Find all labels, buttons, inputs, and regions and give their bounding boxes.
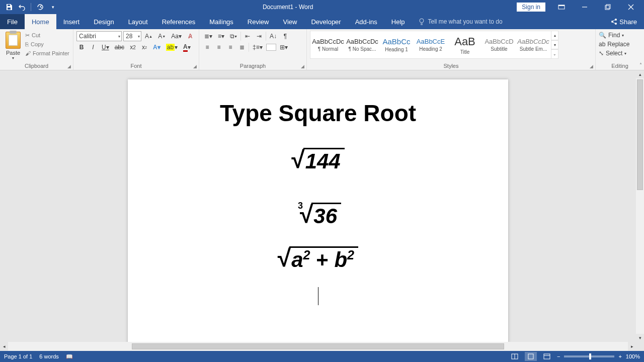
zoom-in-button[interactable]: + bbox=[618, 353, 621, 359]
web-layout-icon[interactable] bbox=[541, 352, 553, 361]
superscript-button[interactable]: x2 bbox=[139, 42, 149, 52]
scroll-right-icon[interactable]: ▸ bbox=[628, 342, 636, 351]
collapse-ribbon-icon[interactable]: ˄ bbox=[639, 62, 642, 68]
justify-button[interactable]: ≣ bbox=[237, 42, 247, 52]
bold-button[interactable]: B bbox=[76, 42, 87, 52]
scroll-up-icon[interactable]: ▴ bbox=[636, 70, 644, 78]
gallery-up-icon[interactable]: ▴ bbox=[551, 31, 558, 40]
underline-button[interactable]: U▾ bbox=[100, 42, 111, 52]
shrink-font-button[interactable]: A▼ bbox=[156, 31, 168, 41]
ribbon-display-icon[interactable] bbox=[550, 0, 573, 14]
dialog-launcher-icon[interactable]: ◢ bbox=[193, 64, 197, 69]
horizontal-scrollbar[interactable]: ◂ ▸ bbox=[0, 342, 636, 351]
tab-view[interactable]: View bbox=[276, 14, 304, 29]
font-name-select[interactable]: Calibri bbox=[76, 31, 122, 41]
font-size-select[interactable]: 28 bbox=[123, 31, 141, 41]
format-painter-button[interactable]: 🖌Format Painter bbox=[25, 49, 69, 58]
zoom-out-button[interactable]: − bbox=[557, 353, 560, 359]
tab-mailings[interactable]: Mailings bbox=[202, 14, 240, 29]
gallery-more-icon[interactable]: ⌄ bbox=[551, 49, 558, 59]
bullets-button[interactable]: ≣▾ bbox=[202, 31, 214, 41]
equation-sqrt144[interactable]: √144 bbox=[291, 148, 344, 173]
align-left-button[interactable]: ≡ bbox=[202, 42, 212, 52]
equation-cuberoot36[interactable]: 3√36 bbox=[295, 192, 341, 228]
increase-indent-button[interactable]: ⇥ bbox=[254, 31, 264, 41]
borders-button[interactable]: ⊞▾ bbox=[278, 42, 290, 52]
style-normal[interactable]: AaBbCcDc¶ Normal bbox=[311, 32, 345, 57]
style-heading1[interactable]: AaBbCcHeading 1 bbox=[380, 32, 413, 57]
redo-icon[interactable] bbox=[34, 1, 46, 13]
page-count[interactable]: Page 1 of 1 bbox=[4, 353, 32, 359]
line-spacing-button[interactable]: ‡≡▾ bbox=[251, 42, 265, 52]
change-case-button[interactable]: Aa▾ bbox=[169, 31, 184, 41]
cut-button[interactable]: ✂Cut bbox=[25, 31, 69, 40]
close-icon[interactable] bbox=[620, 0, 642, 14]
equation-pythagoras[interactable]: √a2 + b2 bbox=[278, 246, 358, 272]
decrease-indent-button[interactable]: ⇤ bbox=[243, 31, 253, 41]
select-button[interactable]: ⤡Select▾ bbox=[599, 49, 641, 58]
lightbulb-icon bbox=[418, 18, 425, 25]
page-area[interactable]: Type Square Root √144 3√36 √a2 + b2 bbox=[0, 70, 636, 342]
highlight-button[interactable]: ab▾ bbox=[164, 42, 180, 52]
tab-design[interactable]: Design bbox=[87, 14, 121, 29]
style-no-spacing[interactable]: AaBbCcDc¶ No Spac... bbox=[346, 32, 379, 57]
zoom-slider[interactable] bbox=[564, 355, 614, 357]
font-color-button[interactable]: A▾ bbox=[181, 42, 193, 52]
clear-formatting-button[interactable]: A̷ bbox=[185, 31, 195, 41]
subscript-button[interactable]: x2 bbox=[128, 42, 138, 52]
vertical-scrollbar[interactable]: ▴ ▾ bbox=[636, 70, 644, 342]
tab-insert[interactable]: Insert bbox=[56, 14, 87, 29]
tab-home[interactable]: Home bbox=[25, 14, 56, 29]
save-icon[interactable] bbox=[3, 1, 15, 13]
tell-me[interactable]: Tell me what you want to do bbox=[412, 14, 503, 29]
gallery-down-icon[interactable]: ▾ bbox=[551, 40, 558, 50]
scroll-down-icon[interactable]: ▾ bbox=[636, 334, 644, 342]
align-center-button[interactable]: ≡ bbox=[214, 42, 224, 52]
dialog-launcher-icon[interactable]: ◢ bbox=[301, 64, 304, 69]
numbering-button[interactable]: ≡▾ bbox=[216, 31, 226, 41]
customize-qat-icon[interactable]: ▾ bbox=[47, 1, 59, 13]
scroll-thumb[interactable] bbox=[132, 343, 504, 349]
zoom-level[interactable]: 100% bbox=[626, 353, 640, 359]
grow-font-button[interactable]: A▲ bbox=[143, 31, 154, 41]
text-effects-button[interactable]: A▾ bbox=[151, 42, 163, 52]
spellcheck-icon[interactable]: 📖 bbox=[66, 353, 73, 360]
minimize-icon[interactable] bbox=[574, 0, 596, 14]
shading-button[interactable] bbox=[266, 44, 276, 51]
svg-rect-18 bbox=[544, 354, 550, 359]
show-marks-button[interactable]: ¶ bbox=[280, 31, 290, 41]
strikethrough-button[interactable]: abc bbox=[113, 42, 126, 52]
maximize-icon[interactable] bbox=[597, 0, 619, 14]
dialog-launcher-icon[interactable]: ◢ bbox=[67, 64, 71, 69]
undo-icon[interactable] bbox=[16, 1, 28, 13]
word-count[interactable]: 6 words bbox=[39, 353, 59, 359]
tab-developer[interactable]: Developer bbox=[304, 14, 348, 29]
style-subtitle[interactable]: AaBbCcDSubtitle bbox=[482, 32, 516, 57]
tab-help[interactable]: Help bbox=[384, 14, 412, 29]
tab-review[interactable]: Review bbox=[240, 14, 276, 29]
multilevel-button[interactable]: ⧉▾ bbox=[228, 31, 239, 41]
tab-addins[interactable]: Add-ins bbox=[348, 14, 384, 29]
style-heading2[interactable]: AaBbCcEHeading 2 bbox=[414, 32, 447, 57]
tab-references[interactable]: References bbox=[155, 14, 202, 29]
share-button[interactable]: Share bbox=[603, 14, 644, 29]
read-mode-icon[interactable] bbox=[509, 352, 521, 361]
paste-button[interactable]: Paste ▾ bbox=[3, 31, 23, 61]
copy-button[interactable]: ⎘Copy bbox=[25, 40, 69, 49]
style-subtle-emphasis[interactable]: AaBbCcDcSubtle Em... bbox=[517, 32, 550, 57]
scroll-left-icon[interactable]: ◂ bbox=[0, 342, 8, 351]
paste-label: Paste bbox=[6, 50, 20, 56]
print-layout-icon[interactable] bbox=[525, 352, 537, 361]
align-right-button[interactable]: ≡ bbox=[225, 42, 235, 52]
sort-button[interactable]: A↓ bbox=[268, 31, 279, 41]
tab-layout[interactable]: Layout bbox=[121, 14, 155, 29]
scroll-thumb[interactable] bbox=[637, 79, 643, 190]
dialog-launcher-icon[interactable]: ◢ bbox=[590, 64, 593, 69]
replace-button[interactable]: abReplace bbox=[599, 40, 641, 49]
find-button[interactable]: 🔍Find▾ bbox=[599, 31, 641, 40]
sign-in-button[interactable]: Sign in bbox=[517, 3, 545, 12]
style-title[interactable]: AaBTitle bbox=[448, 32, 481, 57]
tab-file[interactable]: File bbox=[0, 14, 25, 29]
italic-button[interactable]: I bbox=[88, 42, 98, 52]
document-page[interactable]: Type Square Root √144 3√36 √a2 + b2 bbox=[128, 79, 508, 342]
